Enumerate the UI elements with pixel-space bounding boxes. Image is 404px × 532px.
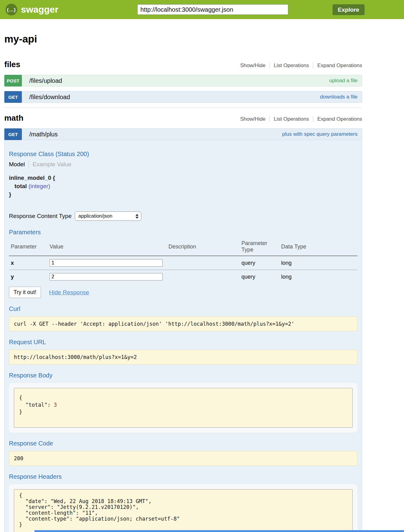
- response-headers-value: { "date": "Wed, 22 Aug 2018 18:49:13 GMT…: [14, 489, 353, 532]
- expand-operations-link[interactable]: Expand Operations: [313, 62, 362, 69]
- list-operations-link[interactable]: List Operations: [269, 116, 309, 122]
- endpoint-path[interactable]: /math/plus: [29, 131, 58, 138]
- endpoint-summary[interactable]: downloads a file: [320, 94, 362, 100]
- endpoint-get-math-plus[interactable]: GET /math/plus plus with spec query para…: [4, 128, 362, 140]
- resource-math-head: math Show/Hide List Operations Expand Op…: [4, 113, 362, 123]
- property-type: (integer): [28, 183, 50, 189]
- param-row-x: x query long: [9, 256, 358, 270]
- try-row: Try it out! Hide Response: [9, 287, 358, 298]
- parameters-header-row: Parameter Value Description Parameter Ty…: [9, 238, 358, 256]
- param-name: x: [9, 256, 48, 270]
- param-y-input[interactable]: [50, 273, 163, 280]
- tab-example-value[interactable]: Example Value: [33, 161, 71, 168]
- resource-math-options: Show/Hide List Operations Expand Operati…: [240, 116, 362, 122]
- select-arrows-icon: [135, 214, 139, 219]
- endpoint-get-files-download[interactable]: GET /files/download downloads a file: [4, 91, 362, 103]
- param-type: query: [240, 270, 279, 284]
- show-hide-link[interactable]: Show/Hide: [240, 62, 265, 69]
- json-number: 3: [54, 402, 57, 408]
- tab-model[interactable]: Model: [9, 161, 25, 168]
- curl-command: curl -X GET --header 'Accept: applicatio…: [9, 316, 358, 331]
- param-type: query: [240, 256, 279, 270]
- param-data-type: long: [279, 256, 358, 270]
- response-headers-heading: Response Headers: [9, 473, 358, 480]
- response-code-heading: Response Code: [9, 440, 358, 447]
- col-parameter: Parameter: [9, 238, 48, 256]
- property-name: total: [14, 183, 27, 189]
- param-row-y: y query long: [9, 270, 358, 284]
- model-tabs: Model Example Value: [9, 161, 358, 168]
- param-description: [167, 270, 240, 284]
- spec-url-input[interactable]: [137, 4, 288, 15]
- resource-files: files Show/Hide List Operations Expand O…: [4, 60, 362, 103]
- content-wrap: my-api files Show/Hide List Operations E…: [4, 33, 362, 532]
- method-badge-get[interactable]: GET: [4, 128, 22, 140]
- param-x-input[interactable]: [50, 259, 163, 267]
- swagger-logo-title: swagger: [21, 4, 59, 15]
- request-url-heading: Request URL: [9, 339, 358, 346]
- endpoint-summary[interactable]: upload a file: [329, 78, 362, 84]
- signature-open: inline_model_0 {: [9, 174, 358, 182]
- show-hide-link[interactable]: Show/Hide: [240, 116, 265, 122]
- method-badge-post[interactable]: POST: [4, 75, 22, 87]
- tab-separator: [29, 161, 29, 168]
- top-bar: {…} swagger Explore: [0, 0, 404, 19]
- resource-files-head: files Show/Hide List Operations Expand O…: [4, 60, 362, 69]
- response-code-value: 200: [9, 451, 358, 466]
- parameters-table: Parameter Value Description Parameter Ty…: [9, 238, 358, 284]
- swagger-logo: {…} swagger: [6, 4, 59, 15]
- response-content-type-row: Response Content Type application/json: [9, 212, 358, 221]
- endpoint-path[interactable]: /files/upload: [29, 77, 62, 84]
- resource-files-name[interactable]: files: [4, 60, 20, 69]
- hide-response-link[interactable]: Hide Response: [49, 289, 89, 296]
- signature-property: total (integer): [9, 182, 358, 190]
- resource-files-options: Show/Hide List Operations Expand Operati…: [240, 62, 362, 69]
- bottom-progress-bar: [34, 530, 404, 532]
- method-badge-get[interactable]: GET: [4, 91, 22, 103]
- endpoint-path[interactable]: /files/download: [29, 94, 70, 101]
- response-content-type-select[interactable]: application/json: [75, 212, 141, 221]
- response-headers-wrapper: { "date": "Wed, 22 Aug 2018 18:49:13 GMT…: [9, 484, 358, 532]
- resource-math-name[interactable]: math: [4, 113, 23, 123]
- try-it-out-button[interactable]: Try it out!: [9, 287, 41, 298]
- response-class-heading: Response Class (Status 200): [9, 151, 358, 158]
- response-body-value: { "total": 3 }: [14, 388, 353, 428]
- model-signature: inline_model_0 { total (integer) }: [9, 174, 358, 199]
- api-title: my-api: [4, 33, 362, 45]
- resource-math: math Show/Hide List Operations Expand Op…: [4, 107, 362, 532]
- explore-button[interactable]: Explore: [333, 4, 365, 15]
- col-parameter-type: Parameter Type: [240, 238, 279, 256]
- selected-content-type: application/json: [79, 213, 135, 219]
- operation-details: Response Class (Status 200) Model Exampl…: [4, 140, 362, 532]
- request-url-value: http://localhost:3000/math/plus?x=1&y=2: [9, 350, 358, 365]
- parameters-heading: Parameters: [9, 229, 358, 236]
- list-operations-link[interactable]: List Operations: [269, 62, 309, 69]
- signature-close: }: [9, 190, 358, 199]
- operation-get-math-plus: GET /math/plus plus with spec query para…: [4, 128, 362, 532]
- param-data-type: long: [279, 270, 358, 284]
- param-name: y: [9, 270, 48, 284]
- col-value: Value: [48, 238, 167, 256]
- response-body-wrapper: { "total": 3 }: [9, 383, 358, 433]
- col-description: Description: [167, 238, 240, 256]
- response-content-type-label: Response Content Type: [9, 213, 72, 220]
- response-body-heading: Response Body: [9, 372, 358, 379]
- col-data-type: Data Type: [279, 238, 358, 256]
- param-description: [167, 256, 240, 270]
- expand-operations-link[interactable]: Expand Operations: [313, 116, 362, 122]
- endpoint-post-files-upload[interactable]: POST /files/upload upload a file: [4, 75, 362, 87]
- endpoint-summary[interactable]: plus with spec query parameters: [282, 131, 362, 137]
- swagger-logo-icon: {…}: [6, 4, 17, 15]
- curl-heading: Curl: [9, 305, 358, 312]
